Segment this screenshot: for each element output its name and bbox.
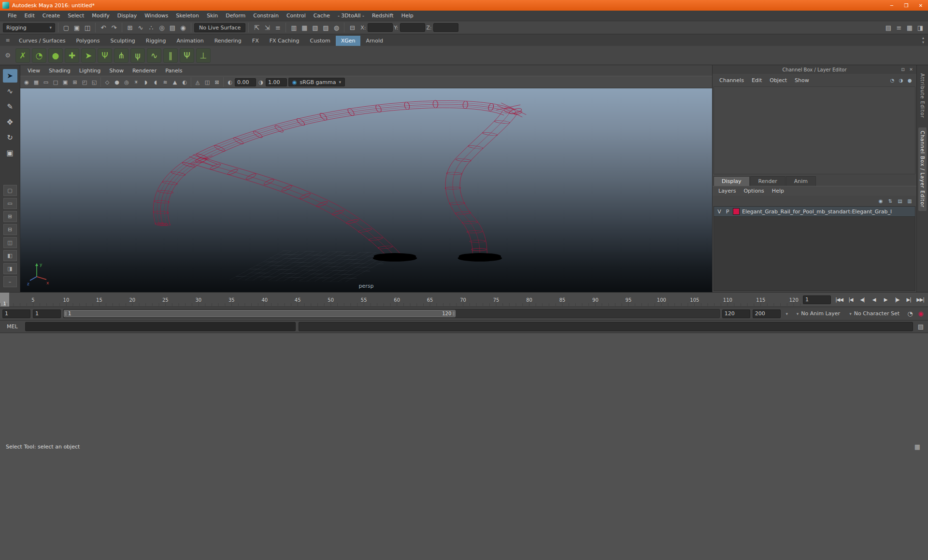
xgen-add-guide-icon[interactable]: ⋔ xyxy=(114,48,128,63)
timeline-frame-115[interactable]: 115 xyxy=(756,297,765,302)
textured-display-icon[interactable]: ◎ xyxy=(122,77,131,87)
snap-to-view-planes-icon[interactable]: ▤ xyxy=(168,23,177,32)
playback-speed-caret-icon[interactable]: ▾ xyxy=(783,311,791,316)
panel-menu-view[interactable]: View xyxy=(23,68,44,74)
new-scene-icon[interactable]: ▢ xyxy=(61,23,71,32)
menu-skeleton[interactable]: Skeleton xyxy=(172,13,203,19)
undo-icon[interactable]: ↶ xyxy=(99,23,108,32)
gamma-input[interactable] xyxy=(266,78,287,86)
playback-start-input[interactable] xyxy=(33,309,61,318)
step-back-key-button[interactable]: ◀| xyxy=(857,297,868,302)
xgen-description-editor-icon[interactable]: ✗ xyxy=(15,48,30,63)
channel-box-empty-area[interactable] xyxy=(714,86,915,174)
menu-3dtoall[interactable]: - 3DtoAll - xyxy=(334,13,368,19)
close-icon[interactable]: ✕ xyxy=(908,66,914,73)
xgen-density-brush-icon[interactable]: ∥ xyxy=(163,48,178,63)
timeline-frame-10[interactable]: 10 xyxy=(63,297,70,302)
redo-icon[interactable]: ↷ xyxy=(109,23,119,32)
playback-end-input[interactable] xyxy=(722,309,750,318)
select-tool[interactable]: ➤ xyxy=(3,69,17,83)
command-language-button[interactable]: MEL xyxy=(2,323,22,330)
gear-icon[interactable]: ⚙ xyxy=(2,52,14,59)
render-settings-icon[interactable]: ▨ xyxy=(321,23,330,32)
go-to-start-button[interactable]: |◀◀ xyxy=(833,297,845,302)
rotate-tool[interactable]: ↻ xyxy=(3,131,17,144)
shelf-tab-xgen[interactable]: XGen xyxy=(336,36,361,46)
z-coordinate-input[interactable] xyxy=(433,23,458,32)
command-input[interactable] xyxy=(25,322,296,331)
step-back-frame-button[interactable]: |◀ xyxy=(845,297,857,302)
layer-playback-toggle[interactable]: P xyxy=(725,209,730,215)
timeline-frame-40[interactable]: 40 xyxy=(261,297,268,302)
panel-menu-shading[interactable]: Shading xyxy=(44,68,75,74)
isolate-select-icon[interactable]: ◬ xyxy=(193,77,202,87)
timeline-frame-15[interactable]: 15 xyxy=(96,297,102,302)
shelf-tab-curves-surfaces[interactable]: Curves / Surfaces xyxy=(14,36,71,46)
range-slider-handle[interactable]: 1 120 xyxy=(64,310,456,317)
grid-layout-icon[interactable]: ▦ xyxy=(905,23,914,32)
menu-create[interactable]: Create xyxy=(39,13,64,19)
xgen-preview-update-icon[interactable]: ◔ xyxy=(32,48,46,63)
snap-to-curves-icon[interactable]: ∿ xyxy=(136,23,145,32)
channel-box-menu-show[interactable]: Show xyxy=(791,77,813,84)
go-to-end-button[interactable]: ▶▶| xyxy=(914,297,926,302)
shelf-scroll-down-icon[interactable]: ▾ xyxy=(922,40,924,44)
dock-panel-icon[interactable]: ⊡ xyxy=(899,66,906,73)
exposure-input[interactable] xyxy=(235,78,256,86)
snap-to-projected-center-icon[interactable]: ◎ xyxy=(157,23,167,32)
snap-to-grids-icon[interactable]: ⊞ xyxy=(125,23,135,32)
menu-file[interactable]: File xyxy=(4,13,20,19)
timeline-frame-100[interactable]: 100 xyxy=(657,297,666,302)
menu-control[interactable]: Control xyxy=(283,13,310,19)
anti-alias-icon[interactable]: ▲ xyxy=(171,77,179,87)
timeline-frame-30[interactable]: 30 xyxy=(195,297,201,302)
manipulator-medium-icon[interactable]: ◑ xyxy=(897,75,905,85)
shelf-scroll-up-icon[interactable]: ▴ xyxy=(922,36,924,40)
xgen-add-collection-icon[interactable]: ✚ xyxy=(65,48,79,63)
shelf-tab-arnold[interactable]: Arnold xyxy=(360,36,388,46)
animation-end-input[interactable] xyxy=(753,309,781,318)
shelf-tab-rigging[interactable]: Rigging xyxy=(141,36,171,46)
menu-edit[interactable]: Edit xyxy=(20,13,38,19)
stacked-pane-layout-button[interactable]: ⊟ xyxy=(3,224,17,235)
xgen-create-description-icon[interactable]: ● xyxy=(48,48,63,63)
help-line-grid-icon[interactable]: ▦ xyxy=(913,442,922,451)
timeline-frame-90[interactable]: 90 xyxy=(592,297,599,302)
layer-visibility-toggle[interactable]: V xyxy=(716,209,722,215)
resolution-gate-icon[interactable]: □ xyxy=(51,77,60,87)
sidebar-tab-attribute-editor[interactable]: Attribute Editor xyxy=(918,70,927,122)
shelf-tab-sculpting[interactable]: Sculpting xyxy=(105,36,140,46)
panel-menu-panels[interactable]: Panels xyxy=(161,68,186,74)
xgen-guide-tool-icon[interactable]: Ψ xyxy=(98,48,112,63)
show-manipulators-icon[interactable]: ▤ xyxy=(884,23,893,32)
outliner-persp-layout-button[interactable]: ◧ xyxy=(3,250,17,261)
menu-skin[interactable]: Skin xyxy=(203,13,222,19)
timeline-frame-45[interactable]: 45 xyxy=(295,297,301,302)
shelf-tab-polygons[interactable]: Polygons xyxy=(71,36,105,46)
save-scene-icon[interactable]: ◫ xyxy=(83,23,92,32)
layer-tab-render[interactable]: Render xyxy=(750,176,785,186)
panel-menu-lighting[interactable]: Lighting xyxy=(75,68,105,74)
live-surface-field[interactable]: No Live Surface xyxy=(194,23,245,32)
step-forward-key-button[interactable]: |▶ xyxy=(891,297,903,302)
y-coordinate-input[interactable] xyxy=(400,23,425,32)
menu-modify[interactable]: Modify xyxy=(88,13,113,19)
timeline-frame-5[interactable]: 5 xyxy=(31,297,34,302)
safe-action-icon[interactable]: ◰ xyxy=(80,77,89,87)
channel-box-menu-edit[interactable]: Edit xyxy=(748,77,766,84)
timeline-frame-25[interactable]: 25 xyxy=(162,297,169,302)
sidebar-tab-channel-box-layer-editor[interactable]: Channel Box / Layer Editor xyxy=(918,127,927,211)
smooth-shade-icon[interactable]: ● xyxy=(113,77,121,87)
menu-deform[interactable]: Deform xyxy=(222,13,249,19)
current-frame-input[interactable] xyxy=(803,295,831,304)
shelf-tab-fx-caching[interactable]: FX Caching xyxy=(264,36,305,46)
paint-effects-icon[interactable]: ◍ xyxy=(331,23,341,32)
timeline-frame-35[interactable]: 35 xyxy=(228,297,235,302)
open-render-view-icon[interactable]: ▥ xyxy=(289,23,299,32)
open-scene-icon[interactable]: ▣ xyxy=(72,23,82,32)
timeline-track[interactable]: 1 51015202530354045505560657075808590951… xyxy=(0,293,800,307)
ipr-render-icon[interactable]: ▧ xyxy=(310,23,320,32)
motion-blur-icon[interactable]: ≋ xyxy=(161,77,170,87)
animation-preferences-icon[interactable]: ◔ xyxy=(905,309,915,319)
timeline-frame-20[interactable]: 20 xyxy=(129,297,136,302)
